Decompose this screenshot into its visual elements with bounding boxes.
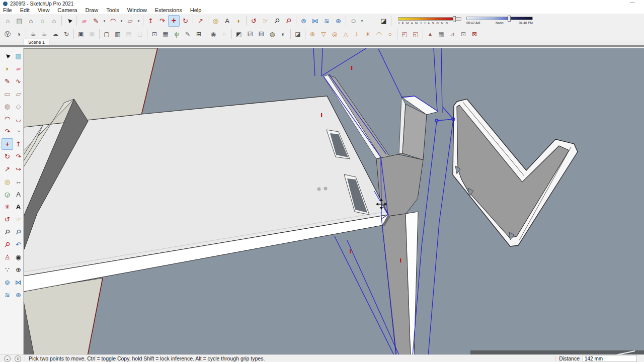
menu-edit[interactable]: Edit [16,7,34,14]
eraser-tool-icon[interactable]: ▰ [78,15,90,27]
account-dropdown-icon[interactable]: ▾ [359,15,365,27]
axes-tool-icon[interactable]: ✳ [2,201,13,213]
layers-blue-icon[interactable]: ≋ [321,15,333,27]
text-tool-icon[interactable]: A [13,189,24,200]
account-icon[interactable]: ☺ [348,15,359,27]
menu-draw[interactable]: Draw [81,7,102,14]
ies-light-icon[interactable]: ⊥ [351,29,362,40]
proxy-export-icon[interactable]: ◱ [410,29,421,40]
walk-tool-icon[interactable]: ∵ [2,264,13,276]
multimatte-icon[interactable]: ⚄ [256,29,267,40]
sandbox-from-contours-icon[interactable]: ▲ [425,29,436,40]
orbit-tool-icon[interactable]: ↺ [2,214,13,225]
select-tool-icon[interactable]: ► [61,13,77,29]
line-tool-icon[interactable]: ✎ [90,15,102,27]
swarm-render-icon[interactable]: ↻ [61,29,72,40]
rectangle-tool-icon[interactable]: ▭ [2,88,13,100]
fur-icon[interactable]: ψ [171,29,182,40]
proxy-import-icon[interactable]: ◰ [399,29,410,40]
pie-tool-icon[interactable]: ◔ [13,126,24,137]
scan-essentials-icon[interactable]: ⊚ [2,277,13,288]
material-id-icon[interactable]: ◩ [233,29,245,40]
checker-sphere-icon[interactable]: ◍ [267,29,278,40]
menu-extensions[interactable]: Extensions [151,7,186,14]
section-plane-icon[interactable]: ⊕ [13,264,24,276]
freehand-tool-icon[interactable]: ∿ [13,75,24,87]
scale-tool-icon[interactable]: ↗ [2,163,13,175]
text-tool-icon[interactable]: A [221,15,233,27]
geolocation-icon[interactable]: ◒ [4,355,11,362]
line-tool-icon[interactable]: ✎ [2,75,13,87]
protractor-tool-icon[interactable]: ◶ [2,189,13,200]
tape-measure-icon[interactable]: ◎ [210,15,221,27]
clipper-icon[interactable]: ✎ [182,29,193,40]
scale-tool-icon[interactable]: ↗ [195,15,206,27]
position-camera-icon[interactable]: ♙ [2,251,13,263]
follow-me-tool-icon[interactable]: ↷ [156,15,168,27]
zoom-extents-icon[interactable]: ⚲ [280,13,297,29]
infinite-plane-icon[interactable]: ⊡ [149,29,160,40]
batch-render-icon[interactable]: ▥ [112,29,123,40]
menu-view[interactable]: View [34,7,54,14]
view-house-front-icon[interactable]: ⌂ [37,15,48,27]
asset-editor-icon[interactable]: ◑ [13,29,24,40]
mesh-blue-icon[interactable]: ⊛ [333,15,344,27]
sandbox-from-scratch-icon[interactable]: ▦ [436,29,447,40]
menu-tools[interactable]: Tools [102,7,123,14]
trimble-scan-icon[interactable]: ⋈ [309,15,321,27]
menu-help[interactable]: Help [186,7,206,14]
rotate-tool-icon[interactable]: ↻ [2,151,13,162]
cube-pick-icon[interactable]: ◪ [292,29,303,40]
polygon-tool-icon[interactable]: ◇ [13,101,24,112]
arc-dropdown-icon[interactable]: ▾ [119,15,124,27]
pan-tool-icon[interactable]: ☞ [13,214,24,225]
two-point-arc-icon[interactable]: ◡ [13,113,24,125]
sphere-add-icon[interactable]: ◉ [208,29,219,40]
shadow-time-handle[interactable] [508,16,511,22]
scene-tab[interactable]: Scene 1 [24,39,49,45]
viewport-canvas[interactable] [24,48,644,354]
rectangle-tool-icon[interactable]: ▱ [124,15,136,27]
shadow-date-slider[interactable]: J F M A M J J A S O N D [398,17,461,25]
menu-camera[interactable]: Camera [53,7,81,14]
paint-bucket-icon[interactable]: ◗ [233,15,245,27]
move-tool-icon[interactable]: + [2,138,13,150]
view-house-wide-icon[interactable]: ⌂ [48,15,60,27]
view-home-icon[interactable]: ⌂ [25,15,37,27]
minimize-button[interactable]: — [628,0,637,5]
arc-tool-icon[interactable]: ◠ [2,113,13,125]
half-sphere-icon[interactable]: ◐ [278,29,289,40]
look-around-icon[interactable]: ◉ [13,251,24,263]
frame-buffer-icon[interactable]: ▢ [101,29,112,40]
sun-light-icon[interactable]: ☀ [362,29,373,40]
circle-tool-icon[interactable]: ◍ [2,101,13,112]
displacement-icon[interactable]: ▦ [160,29,171,40]
three-point-arc-icon[interactable]: ↷ [2,126,13,137]
view-box-icon[interactable]: ▤ [14,15,25,27]
stamp-icon[interactable]: ⊡ [458,29,469,40]
eraser-tool-icon[interactable]: ▰ [13,63,24,74]
trimble-scan-icon[interactable]: ⋈ [13,277,24,288]
spot-light-icon[interactable]: ▽ [318,29,329,40]
measurement-input[interactable] [583,355,637,362]
follow-me-tool-icon[interactable]: ↷ [13,151,24,162]
line-dropdown-icon[interactable]: ▾ [102,15,107,27]
flip-edge-icon[interactable]: ⊠ [469,29,480,40]
offset-tool-icon[interactable]: ↪ [13,163,24,175]
sphere-remove-icon[interactable]: ◌ [219,29,230,40]
layers-blue-icon[interactable]: ≋ [2,289,13,301]
sphere-light-icon[interactable]: ○ [384,29,395,40]
mesh-blue-icon[interactable]: ⊛ [13,289,24,301]
help-icon[interactable]: ℹ [15,355,21,362]
arc-tool-icon[interactable]: ◠ [107,15,119,27]
directional-light-icon[interactable]: △ [340,29,351,40]
rectangle-dropdown-icon[interactable]: ▾ [136,15,141,27]
scan-essentials-icon[interactable]: ⊚ [298,15,309,27]
vray-logo-icon[interactable]: Ⓥ [2,29,13,40]
dome-light-icon[interactable]: ◠ [373,29,384,40]
shadow-date-handle[interactable] [453,16,456,22]
vray-mesh-icon[interactable]: ⊞ [193,29,204,40]
shadow-time-track[interactable] [466,17,533,20]
light-gen-icon[interactable]: ⊛ [307,29,318,40]
cloud-render-icon[interactable]: ☁ [50,29,61,40]
